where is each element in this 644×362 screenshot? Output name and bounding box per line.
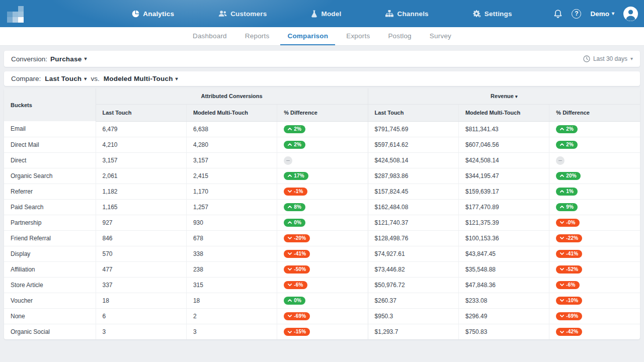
chevron-down-icon [288,331,292,333]
no-change-badge [284,156,292,165]
rev-diff-cell: 2% [549,137,640,152]
revenue-group-header[interactable]: Revenue▾ [368,88,640,104]
diff-badge-up: 2% [556,141,578,149]
avatar[interactable] [623,7,638,21]
chevron-down-icon [560,299,564,302]
table-row: Display 570 338 -41% $74,927.61 $43,847.… [4,246,640,261]
chevron-up-icon [560,174,564,177]
rev-last-touch-cell: $791,745.69 [368,121,458,137]
tab-exports[interactable]: Exports [339,27,377,45]
clock-icon [583,55,590,62]
conv-last-touch-cell: 337 [96,277,186,293]
nav-model[interactable]: Model [311,10,341,18]
diff-badge-down: -69% [284,312,310,320]
conv-last-touch-cell: 927 [96,215,186,230]
tab-dashboard[interactable]: Dashboard [186,27,234,45]
buckets-header: Buckets [4,88,96,121]
nav-channels-label: Channels [397,10,428,18]
nav-settings[interactable]: Settings [473,10,512,18]
date-range-picker[interactable]: Last 30 days ▾ [583,55,633,62]
diff-badge-down: -15% [284,328,310,336]
chevron-down-icon [560,268,564,270]
rev-modeled-cell: $159,639.17 [458,184,549,199]
conv-diff-header: % Difference [277,104,368,121]
diff-badge-up: 2% [556,125,578,133]
rev-diff-cell: -10% [549,293,640,308]
tab-postlog[interactable]: Postlog [381,27,418,45]
bucket-name-cell: Organic Search [4,168,96,184]
no-change-badge [556,156,565,165]
conv-last-touch-cell: 4,210 [96,137,186,152]
nav-customers[interactable]: Customers [218,10,267,18]
notifications-button[interactable] [553,9,562,19]
nav-analytics[interactable]: Analytics [132,10,174,18]
rev-modeled-cell: $47,848.36 [458,277,549,293]
conv-diff-cell: -69% [277,308,368,324]
conv-last-touch-cell: 3 [96,324,186,339]
table-row: None 6 2 -69% $950.3 $296.49 -69% [4,308,640,324]
nav-customers-label: Customers [230,10,267,18]
conv-diff-cell: -1% [277,184,368,199]
pie-chart-icon [132,10,139,18]
rev-last-touch-header: Last Touch [368,104,458,121]
chevron-down-icon [288,315,292,317]
person-icon [623,7,638,21]
bell-icon [553,9,562,19]
chevron-up-icon [288,299,292,302]
rev-modeled-cell: $100,153.36 [458,230,549,246]
bucket-name-cell: Paid Search [4,199,96,215]
compare-left-value: Last Touch [45,75,82,82]
flask-icon [311,10,317,18]
table-row: Direct 3,157 3,157 $424,508.14 $424,508.… [4,152,640,168]
comparison-table: Buckets Attributed Conversions Revenue▾ … [4,88,640,339]
conv-modeled-cell: 1,170 [186,184,277,199]
table-row: Partnership 927 930 0% $121,740.37 $121,… [4,215,640,230]
diff-badge-down: -52% [556,265,582,274]
table-row: Direct Mail 4,210 4,280 2% $597,614.62 $… [4,137,640,152]
rev-last-touch-cell: $157,824.45 [368,184,458,199]
tab-survey[interactable]: Survey [423,27,458,45]
app-logo[interactable] [7,6,24,23]
user-menu-button[interactable]: Demo ▾ [590,10,614,18]
conversion-bar: Conversion: Purchase ▾ Last 30 days ▾ [4,51,640,67]
table-row: Organic Social 3 3 -15% $1,293.7 $750.83… [4,324,640,339]
rev-last-touch-cell: $287,983.86 [368,168,458,184]
help-button[interactable]: ? [572,9,581,19]
chevron-up-icon [288,206,292,208]
conv-diff-cell: 0% [277,215,368,230]
chevron-up-icon [560,190,564,193]
diff-badge-up: 0% [284,219,305,227]
comparison-table-card: Buckets Attributed Conversions Revenue▾ … [4,88,640,339]
conversion-value: Purchase [50,55,82,63]
diff-badge-down: -69% [556,312,582,320]
revenue-group-label: Revenue [491,93,514,99]
diff-badge-up: 2% [284,125,305,133]
conv-diff-cell: 2% [277,121,368,137]
tab-comparison[interactable]: Comparison [280,27,335,45]
tab-reports[interactable]: Reports [238,27,277,45]
rev-modeled-cell: $607,046.56 [458,137,549,152]
compare-right-picker[interactable]: Modeled Multi-Touch ▾ [104,75,178,82]
conv-modeled-cell: 338 [186,246,277,261]
conv-diff-cell: -50% [277,261,368,277]
rev-modeled-cell: $750.83 [458,324,549,339]
topnav-right-tools: ? Demo ▾ [553,0,638,27]
rev-last-touch-cell: $260.37 [368,293,458,308]
rev-last-touch-cell: $50,976.72 [368,277,458,293]
compare-left-picker[interactable]: Last Touch ▾ [45,75,87,82]
chevron-down-icon [560,237,564,239]
rev-diff-cell: 2% [549,121,640,137]
nav-channels[interactable]: Channels [385,10,428,18]
diff-badge-up: 9% [556,203,578,211]
conv-last-touch-cell: 570 [96,246,186,261]
conv-last-touch-cell: 1,165 [96,199,186,215]
chevron-down-icon [560,252,564,255]
conv-diff-cell: 17% [277,168,368,184]
rev-diff-cell: 1% [549,184,640,199]
rev-modeled-cell: $177,470.89 [458,199,549,215]
bucket-name-cell: Direct Mail [4,137,96,152]
conversion-picker[interactable]: Purchase ▾ [50,55,87,63]
table-row: Affiliation 477 238 -50% $73,446.82 $35,… [4,261,640,277]
bucket-name-cell: Display [4,246,96,261]
table-row: Store Article 337 315 -6% $50,976.72 $47… [4,277,640,293]
